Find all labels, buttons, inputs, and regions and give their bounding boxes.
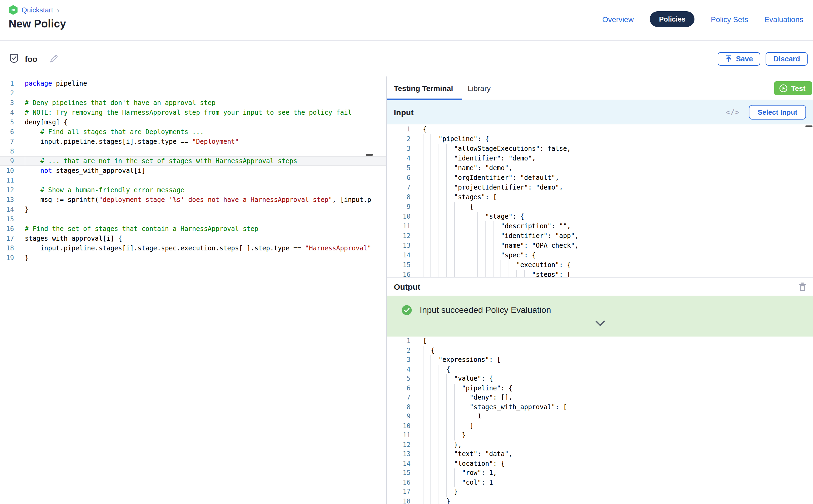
code-line: 3# Deny pipelines that don't have an app… [0, 98, 386, 108]
indent-guide [517, 270, 517, 277]
indent-guide [447, 144, 447, 153]
code-line: 6 "orgIdentifier": "default", [387, 173, 813, 183]
indent-guide [423, 393, 424, 403]
indent-guide [485, 241, 486, 250]
line-number: 12 [0, 185, 14, 195]
indent-guide [439, 202, 439, 212]
discard-button[interactable]: Discard [766, 52, 808, 65]
tab-testing-terminal[interactable]: Testing Terminal [394, 84, 453, 92]
nav-tab-policy-sets[interactable]: Policy Sets [711, 15, 748, 23]
nav-tab-overview[interactable]: Overview [602, 15, 634, 23]
line-number: 1 [387, 337, 411, 346]
breadcrumb-project-link[interactable]: Quickstart [22, 6, 53, 14]
line-number: 3 [387, 144, 411, 153]
indent-guide [470, 260, 470, 270]
indent-guide [509, 260, 509, 270]
indent-guide [423, 421, 424, 431]
indent-guide [431, 393, 431, 403]
edit-name-icon[interactable] [49, 54, 59, 64]
line-number: 10 [0, 166, 14, 176]
indent-guide [439, 173, 439, 183]
policy-code-editor[interactable]: 1package pipeline23# Deny pipelines that… [0, 76, 387, 504]
new-policy-page: ∞ Quickstart › New Policy Overview Polic… [0, 0, 813, 504]
indent-guide [454, 202, 455, 212]
line-number: 10 [387, 212, 411, 221]
line-number: 14 [387, 459, 411, 468]
indent-guide [431, 384, 431, 393]
indent-guide [25, 185, 25, 195]
indent-guide [501, 270, 501, 277]
editor-overview-ruler-mark [366, 154, 373, 156]
indent-guide [509, 270, 509, 277]
input-json-editor[interactable]: 1{2 "pipeline": {3 "allowStageExecutions… [387, 124, 813, 277]
indent-guide [485, 270, 486, 277]
line-number: 8 [387, 403, 411, 412]
line-number: 4 [387, 153, 411, 163]
indent-guide [447, 412, 447, 421]
indent-guide [462, 231, 462, 241]
indent-guide [447, 173, 447, 183]
indent-guide [439, 393, 439, 403]
trash-icon[interactable] [798, 282, 807, 291]
code-line: 18 input.pipeline.stages[i].stage.spec.e… [0, 243, 386, 253]
indent-guide [423, 260, 424, 270]
code-line: 2 [0, 88, 386, 98]
line-number: 5 [387, 374, 411, 384]
line-number: 11 [0, 176, 14, 185]
code-line: 17 } [387, 487, 813, 497]
nav-tab-policies[interactable]: Policies [650, 11, 695, 27]
line-number: 18 [387, 497, 411, 504]
indent-guide [431, 374, 431, 384]
indent-guide [423, 355, 424, 365]
line-number: 18 [0, 243, 14, 253]
indent-guide [439, 421, 439, 431]
indent-guide [25, 166, 25, 176]
indent-guide [431, 250, 431, 260]
select-input-button[interactable]: Select Input [749, 105, 806, 119]
indent-guide [431, 212, 431, 221]
indent-guide [431, 173, 431, 183]
nav-tab-evaluations[interactable]: Evaluations [764, 15, 803, 23]
shield-check-icon [9, 53, 19, 64]
indent-guide [462, 250, 462, 260]
policy-toolbar: foo Save Discard [0, 41, 813, 76]
output-json-editor[interactable]: 1[2 {3 "expressions": [4 {5 "value": {6 … [387, 337, 813, 504]
line-number: 12 [387, 440, 411, 450]
code-line: 1{ [387, 124, 813, 134]
top-nav: Overview Policies Policy Sets Evaluation… [602, 11, 803, 27]
code-line: 10 not stages_with_approval[i] [0, 166, 386, 176]
indent-guide [431, 153, 431, 163]
indent-guide [439, 183, 439, 192]
line-number: 16 [0, 224, 14, 234]
tab-library[interactable]: Library [468, 84, 491, 92]
indent-guide [485, 221, 486, 231]
chevron-down-icon[interactable] [595, 320, 605, 326]
indent-guide [462, 421, 462, 431]
indent-guide [462, 393, 462, 403]
code-line: 10 "stage": { [387, 212, 813, 221]
code-line: 4 { [387, 365, 813, 374]
save-button[interactable]: Save [718, 52, 760, 65]
indent-guide [470, 231, 470, 241]
code-icon[interactable]: </> [726, 108, 740, 116]
test-button[interactable]: Test [774, 81, 812, 95]
line-number: 10 [387, 421, 411, 431]
indent-guide [447, 374, 447, 384]
indent-guide [470, 412, 470, 421]
indent-guide [423, 365, 424, 374]
line-number: 5 [0, 117, 14, 127]
indent-guide [25, 127, 25, 137]
indent-guide [447, 270, 447, 277]
indent-guide [501, 260, 501, 270]
code-line: 12 # Show a human-friendly error message [0, 185, 386, 195]
code-line: 17stages_with_approval[i] { [0, 234, 386, 243]
indent-guide [447, 260, 447, 270]
indent-guide [447, 231, 447, 241]
indent-guide [439, 153, 439, 163]
indent-guide [423, 250, 424, 260]
code-line: 2 { [387, 346, 813, 355]
indent-guide [423, 183, 424, 192]
indent-guide [439, 163, 439, 173]
indent-guide [439, 144, 439, 153]
code-line: 16 "steps": [ [387, 270, 813, 277]
